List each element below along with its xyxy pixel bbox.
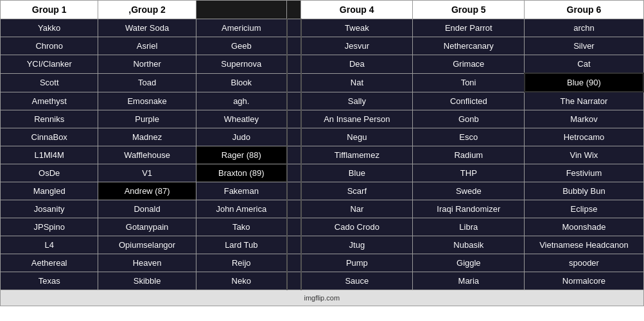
table-cell — [287, 55, 301, 74]
table-cell — [287, 92, 301, 110]
table-cell — [287, 37, 301, 55]
table-cell: Skibble — [98, 272, 196, 290]
table-row: L1Ml4MWafflehouseRager (88)TifflamemezRa… — [1, 146, 644, 164]
table-cell: Geeb — [196, 37, 287, 55]
table-cell: Purple — [98, 110, 196, 128]
table-cell: Texas — [1, 272, 98, 290]
table-cell: Toad — [98, 73, 196, 92]
table-cell — [287, 128, 301, 146]
table-cell: John America — [196, 200, 287, 218]
table-cell: Tako — [196, 218, 287, 236]
table-cell: Iraqi Randomizer — [413, 200, 525, 218]
table-cell — [287, 254, 301, 272]
table-cell: Josanity — [1, 200, 98, 218]
table-row: OsDeV1Braxton (89)BlueTHPFestivium — [1, 164, 644, 182]
table-cell: Vietnamese Headcanon — [525, 236, 643, 254]
table-cell: Cat — [525, 55, 643, 74]
table-cell: Ender Parrot — [413, 19, 525, 37]
table-cell: Andrew (87) — [98, 182, 196, 200]
table-cell: Opiumselangor — [98, 236, 196, 254]
table-cell: Asriel — [98, 37, 196, 55]
table-cell: Wafflehouse — [98, 146, 196, 164]
table-cell — [287, 110, 301, 128]
header-group5: Group 5 — [413, 1, 525, 19]
table-row: JPSpinoGotanypainTakoCado CrodoLibraMoon… — [1, 218, 644, 236]
table-cell: Mangled — [1, 182, 98, 200]
table-cell: Wheatley — [196, 110, 287, 128]
table-cell: archn — [525, 19, 643, 37]
table-cell — [287, 236, 301, 254]
table-row: ScottToadBlookNatToniBlue (90) — [1, 73, 644, 92]
header-group2: ,Group 2 — [98, 1, 196, 19]
table-cell: Chrono — [1, 37, 98, 55]
table-cell: Negu — [301, 128, 413, 146]
table-cell: OsDe — [1, 164, 98, 182]
table-cell — [287, 200, 301, 218]
table-cell: L1Ml4M — [1, 146, 98, 164]
table-cell: Cado Crodo — [301, 218, 413, 236]
header-group4: Group 4 — [301, 1, 413, 19]
table-cell: Rager (88) — [196, 146, 287, 164]
table-cell: Silver — [525, 37, 643, 55]
table-cell: Nat — [301, 73, 413, 92]
table-cell: Normalcore — [525, 272, 643, 290]
table-cell: Maria — [413, 272, 525, 290]
table-cell: Blue — [301, 164, 413, 182]
header-group6: Group 6 — [525, 1, 643, 19]
table-cell: Supernova — [196, 55, 287, 74]
table-cell: V1 — [98, 164, 196, 182]
table-cell: Lard Tub — [196, 236, 287, 254]
table-cell: Eclipse — [525, 200, 643, 218]
table-cell: CinnaBox — [1, 128, 98, 146]
footer-text: imgflip.com — [1, 290, 644, 306]
table-cell: Water Soda — [98, 19, 196, 37]
table-cell: Norther — [98, 55, 196, 74]
table-cell: Toni — [413, 73, 525, 92]
table-cell: The Narrator — [525, 92, 643, 110]
header-group1: Group 1 — [1, 1, 98, 19]
table-cell: Nubasik — [413, 236, 525, 254]
table-cell: Nar — [301, 200, 413, 218]
header-group3 — [196, 1, 287, 19]
main-table: Group 1 ,Group 2 Group 4 Group 5 Group 6… — [0, 0, 644, 306]
table-cell: Blook — [196, 73, 287, 92]
footer-row: imgflip.com — [1, 290, 644, 306]
table-cell — [287, 19, 301, 37]
table-cell: Pump — [301, 254, 413, 272]
table-cell — [287, 73, 301, 92]
table-cell: Esco — [413, 128, 525, 146]
table-cell: Reijo — [196, 254, 287, 272]
table-row: ChronoAsrielGeebJesvurNethercanarySilver — [1, 37, 644, 55]
table-cell: Conflicted — [413, 92, 525, 110]
table-cell: Tweak — [301, 19, 413, 37]
table-cell: Swede — [413, 182, 525, 200]
table-cell: Gonb — [413, 110, 525, 128]
table-row: L4OpiumselangorLard TubJtugNubasikVietna… — [1, 236, 644, 254]
table-cell: Festivium — [525, 164, 643, 182]
table-row: TexasSkibbleNekoSauceMariaNormalcore — [1, 272, 644, 290]
table-row: YakkoWater SodaAmericiumTweakEnder Parro… — [1, 19, 644, 37]
table-cell: Aethereal — [1, 254, 98, 272]
table-cell — [287, 164, 301, 182]
table-row: AmethystEmosnakeagh.SallyConflictedThe N… — [1, 92, 644, 110]
table-cell: L4 — [1, 236, 98, 254]
table-row: JosanityDonaldJohn AmericaNarIraqi Rando… — [1, 200, 644, 218]
table-cell: Amethyst — [1, 92, 98, 110]
table-cell: Gotanypain — [98, 218, 196, 236]
table-cell: Judo — [196, 128, 287, 146]
table-cell: Sauce — [301, 272, 413, 290]
table-cell: Americium — [196, 19, 287, 37]
table-cell: An Insane Person — [301, 110, 413, 128]
table-cell: Neko — [196, 272, 287, 290]
table-cell: THP — [413, 164, 525, 182]
table-cell: Vin Wix — [525, 146, 643, 164]
table-row: RenniksPurpleWheatleyAn Insane PersonGon… — [1, 110, 644, 128]
header-sep — [287, 1, 301, 19]
table-cell: Braxton (89) — [196, 164, 287, 182]
table-cell: Libra — [413, 218, 525, 236]
table-cell: Tifflamemez — [301, 146, 413, 164]
table-cell — [287, 146, 301, 164]
table-cell — [287, 182, 301, 200]
table-cell: Heaven — [98, 254, 196, 272]
table-cell: Donald — [98, 200, 196, 218]
